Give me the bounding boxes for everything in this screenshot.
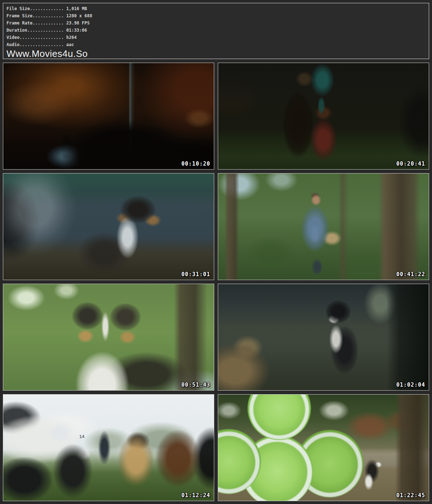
info-dots: .................: [19, 42, 64, 47]
timestamp-overlay: 01:02:04: [396, 382, 425, 388]
timestamp-overlay: 00:20:41: [396, 161, 425, 167]
screenshot-thumb-5: 00:51:43: [3, 284, 214, 391]
media-info-row: Duration..............01:33:06: [6, 27, 429, 34]
screenshot-thumb-4: 00:41:22: [218, 173, 429, 280]
media-info-row: File Size.............1,016 MB: [6, 5, 429, 12]
media-info-panel: File Size.............1,016 MB Frame Siz…: [3, 3, 429, 59]
screenshot-thumb-2: 00:20:41: [218, 63, 429, 170]
screenshot-thumb-1: 00:10:20: [3, 63, 214, 170]
timestamp-overlay: 00:31:01: [181, 271, 210, 278]
scene-art-gnome-night: [218, 63, 429, 169]
info-label: Video: [6, 35, 19, 40]
scene-art-alley-night: [3, 63, 214, 169]
timestamp-overlay: 00:51:43: [181, 382, 210, 388]
info-dots: .............: [30, 6, 64, 11]
timestamp-overlay: 01:22:45: [396, 492, 425, 499]
scene-art-forest-man: [218, 174, 429, 280]
scene-art-aussie-closeup: [3, 284, 214, 390]
info-label: Frame Size: [6, 13, 32, 18]
media-info-row: Audio.................aac: [6, 41, 429, 48]
info-value: aac: [66, 42, 74, 47]
info-value: 1280 x 688: [66, 13, 92, 18]
scene-art-tennis-balls: [218, 395, 429, 501]
van-number-text: 14: [79, 434, 84, 439]
info-dots: ............: [32, 21, 64, 26]
info-label: File Size: [6, 6, 30, 11]
info-value: 23.98 FPS: [66, 21, 90, 26]
screenshot-grid: 00:10:20 00:20:41 00:31:01 00:41:22 00:5…: [3, 63, 429, 501]
screenshot-thumb-7: 14 01:12:24: [3, 394, 214, 501]
info-dots: ..............: [27, 28, 64, 33]
timestamp-overlay: 00:10:20: [181, 161, 210, 167]
info-dots: ............: [32, 13, 64, 18]
scene-art-boston-terrier: [218, 284, 429, 390]
screenshot-thumb-6: 01:02:04: [218, 284, 429, 391]
post-body: File Size.............1,016 MB Frame Siz…: [0, 3, 432, 501]
timestamp-overlay: 00:41:22: [396, 271, 425, 278]
screenshot-thumb-3: 00:31:01: [3, 173, 214, 280]
scene-art-cone-dog-barn: [3, 174, 214, 280]
timestamp-overlay: 01:12:24: [181, 492, 210, 499]
screenshot-thumb-8: 01:22:45: [218, 394, 429, 501]
info-label: Audio: [6, 42, 19, 47]
info-label: Frame Rate: [6, 21, 32, 26]
media-info-row: Frame Size............1280 x 688: [6, 12, 429, 19]
scene-art-k9-park: [3, 395, 214, 501]
site-watermark: Www.Movies4u.So: [6, 49, 429, 59]
info-value: 01:33:06: [66, 28, 87, 33]
media-info-row: Frame Rate............23.98 FPS: [6, 19, 429, 27]
info-value: h264: [66, 35, 77, 40]
media-info-row: Video.................h264: [6, 34, 429, 41]
info-dots: .................: [19, 35, 64, 40]
info-value: 1,016 MB: [66, 6, 87, 11]
info-label: Duration: [6, 28, 27, 33]
